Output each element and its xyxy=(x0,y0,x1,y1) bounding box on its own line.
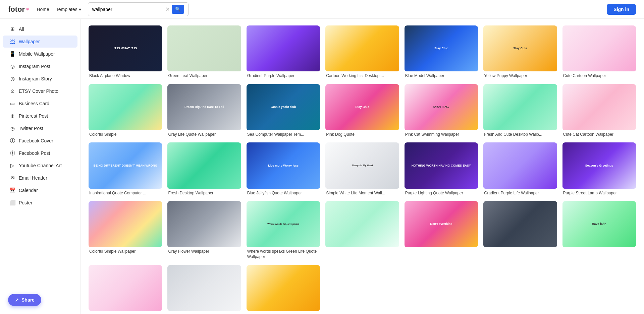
card-label: Fresh Desktop Wallpaper xyxy=(167,191,241,196)
card-label: Fresh And Cute Desktop Wallp... xyxy=(483,132,557,137)
template-card[interactable]: Stay ChicBlue Model Wallpaper xyxy=(405,25,478,79)
template-card[interactable]: Fresh And Cute Desktop Wallp... xyxy=(483,84,557,137)
sidebar-item-calendar[interactable]: 📅 Calendar xyxy=(3,184,77,196)
poster-icon: ⬜ xyxy=(9,200,15,206)
sidebar-item-wallpaper[interactable]: 🖼 Wallpaper xyxy=(3,36,77,48)
card-thumbnail: Jannic yacht club xyxy=(247,84,320,130)
search-clear-icon[interactable]: ✕ xyxy=(165,6,170,12)
sidebar-item-business-card[interactable]: ▭ Business Card xyxy=(3,98,77,110)
template-card[interactable]: Gradient Purple Life Wallpaper xyxy=(483,142,557,196)
sidebar-item-youtube[interactable]: ▷ Youtube Channel Art xyxy=(3,160,77,172)
template-card[interactable]: Jannic yacht clubSea Computer Wallpaper … xyxy=(247,84,320,137)
sidebar-item-email[interactable]: ✉ Email Header xyxy=(3,172,77,184)
card-label: Blue Jellyfish Quote Wallpaper xyxy=(247,191,320,196)
template-card[interactable]: Always In My HeartSimple White Life Mome… xyxy=(325,142,399,196)
sidebar-item-mobile-wallpaper[interactable]: 📱 Mobile Wallpaper xyxy=(3,48,77,60)
etsy-icon: ⊙ xyxy=(9,88,15,94)
sidebar-item-instagram-post[interactable]: ◎ Instagram Post xyxy=(3,60,77,72)
share-label: Share xyxy=(21,297,35,303)
card-thumb-text: ENJOY IT ALL xyxy=(405,84,478,130)
nav-home[interactable]: Home xyxy=(37,7,49,12)
sidebar-item-poster[interactable]: ⬜ Poster xyxy=(3,197,77,209)
card-thumbnail xyxy=(562,25,636,71)
logo[interactable]: fotor® xyxy=(8,5,29,14)
template-card[interactable]: Gray Flower Wallpaper xyxy=(167,201,241,259)
template-card[interactable]: Colorful Simple xyxy=(89,84,162,137)
sidebar-label-facebook-cover: Facebook Cover xyxy=(19,138,53,143)
template-card[interactable]: BEING DIFFERENT DOESN'T MEAN WRONGInspir… xyxy=(89,142,162,196)
card-thumb-text: Dream Big And Dare To Fail xyxy=(167,84,241,130)
template-card[interactable]: Stay ChicPink Dog Quote xyxy=(325,84,399,137)
template-card[interactable]: IT IS WHAT IT ISBlack Airplane Window xyxy=(89,25,162,79)
card-thumbnail xyxy=(562,84,636,130)
sidebar-label-etsy: ETSY Cover Photo xyxy=(19,88,58,94)
card-thumbnail: Don't overthink xyxy=(405,201,478,247)
template-card[interactable]: Cute Cartoon Wallpaper xyxy=(562,25,636,79)
card-thumbnail xyxy=(167,201,241,247)
header: fotor® Home Templates ▾ ✕ 🔍 Sign in xyxy=(0,0,644,19)
sidebar-item-all[interactable]: ⊞ All xyxy=(3,23,77,35)
template-card[interactable]: Green Leaf Wallpaper xyxy=(167,25,241,79)
card-thumb-text: Jannic yacht club xyxy=(247,84,320,130)
card-label: Colorful Simple xyxy=(89,132,162,137)
card-thumbnail xyxy=(483,142,557,188)
card-thumbnail: Stay Cute xyxy=(483,25,557,71)
template-card[interactable]: Season's GreetingsPurple Street Lamp Wal… xyxy=(562,142,636,196)
chevron-down-icon: ▾ xyxy=(79,7,81,12)
template-card[interactable] xyxy=(89,265,162,311)
sidebar-label-instagram-post: Instagram Post xyxy=(19,64,50,69)
sidebar-label-youtube: Youtube Channel Art xyxy=(19,163,62,168)
card-thumbnail: Have faith xyxy=(562,201,636,247)
sidebar-item-facebook-post[interactable]: ⓕ Facebook Post xyxy=(3,147,77,159)
sidebar-label-twitter: Twitter Post xyxy=(19,126,43,131)
card-label: Black Airplane Window xyxy=(89,73,162,79)
share-button[interactable]: ↗ Share xyxy=(8,294,41,306)
card-thumbnail: ENJOY IT ALL xyxy=(405,84,478,130)
template-card[interactable]: Cartoon Working List Desktop ... xyxy=(325,25,399,79)
search-button[interactable]: 🔍 xyxy=(172,5,184,14)
search-input[interactable] xyxy=(92,7,165,12)
card-label: Green Leaf Wallpaper xyxy=(167,73,241,79)
template-card[interactable] xyxy=(483,201,557,259)
card-icon: ▭ xyxy=(9,101,15,107)
template-card[interactable]: ENJOY IT ALLPink Cat Swimming Wallpaper xyxy=(405,84,478,137)
template-card[interactable]: Fresh Desktop Wallpaper xyxy=(167,142,241,196)
sidebar-item-twitter[interactable]: ◷ Twitter Post xyxy=(3,122,77,134)
card-thumbnail: Always In My Heart xyxy=(325,142,399,188)
template-card[interactable] xyxy=(167,265,241,311)
template-card[interactable]: Have faith xyxy=(562,201,636,259)
template-card[interactable] xyxy=(325,201,399,259)
template-card[interactable]: Cute Cat Cartoon Wallpaper xyxy=(562,84,636,137)
template-card[interactable]: Live more Worry lessBlue Jellyfish Quote… xyxy=(247,142,320,196)
card-label: Gradient Purple Life Wallpaper xyxy=(483,191,557,196)
card-thumb-text: BEING DIFFERENT DOESN'T MEAN WRONG xyxy=(89,142,162,188)
card-label: Simple White Life Moment Wall... xyxy=(325,191,399,196)
template-card[interactable]: Colorful Simple Wallpaper xyxy=(89,201,162,259)
card-thumbnail: Live more Worry less xyxy=(247,142,320,188)
pinterest-icon: ⊕ xyxy=(9,113,15,119)
card-thumb-text: Always In My Heart xyxy=(325,142,399,188)
template-card[interactable]: Don't overthink xyxy=(405,201,478,259)
template-card[interactable]: NOTHING WORTH HAVING COMES EASYPurple Li… xyxy=(405,142,478,196)
template-card[interactable]: Stay CuteYellow Puppy Wallpaper xyxy=(483,25,557,79)
card-thumbnail xyxy=(167,142,241,188)
template-card[interactable]: Gradient Purple Wallpaper xyxy=(247,25,320,79)
template-card[interactable] xyxy=(247,265,320,311)
sidebar-item-instagram-story[interactable]: ◎ Instagram Story xyxy=(3,73,77,85)
card-label: Inspirational Quote Computer ... xyxy=(89,191,162,196)
sidebar-item-pinterest[interactable]: ⊕ Pinterest Post xyxy=(3,110,77,122)
sidebar-label-mobile: Mobile Wallpaper xyxy=(19,51,55,57)
sidebar-item-etsy[interactable]: ⊙ ETSY Cover Photo xyxy=(3,85,77,97)
facebook-post-icon: ⓕ xyxy=(9,150,15,156)
template-card[interactable]: Where words fail, art speaksWhere words … xyxy=(247,201,320,259)
sign-in-button[interactable]: Sign in xyxy=(607,4,636,15)
main-content: IT IS WHAT IT ISBlack Airplane WindowGre… xyxy=(80,19,644,314)
card-thumb-text: Don't overthink xyxy=(405,201,478,247)
card-label: Yellow Puppy Wallpaper xyxy=(483,73,557,79)
image-icon: 🖼 xyxy=(9,39,15,45)
template-card[interactable]: Dream Big And Dare To FailGray Life Quot… xyxy=(167,84,241,137)
nav-templates[interactable]: Templates ▾ xyxy=(56,7,81,12)
instagram-icon: ◎ xyxy=(9,63,15,69)
sidebar-item-facebook-cover[interactable]: ⓕ Facebook Cover xyxy=(3,135,77,147)
instagram-story-icon: ◎ xyxy=(9,76,15,82)
